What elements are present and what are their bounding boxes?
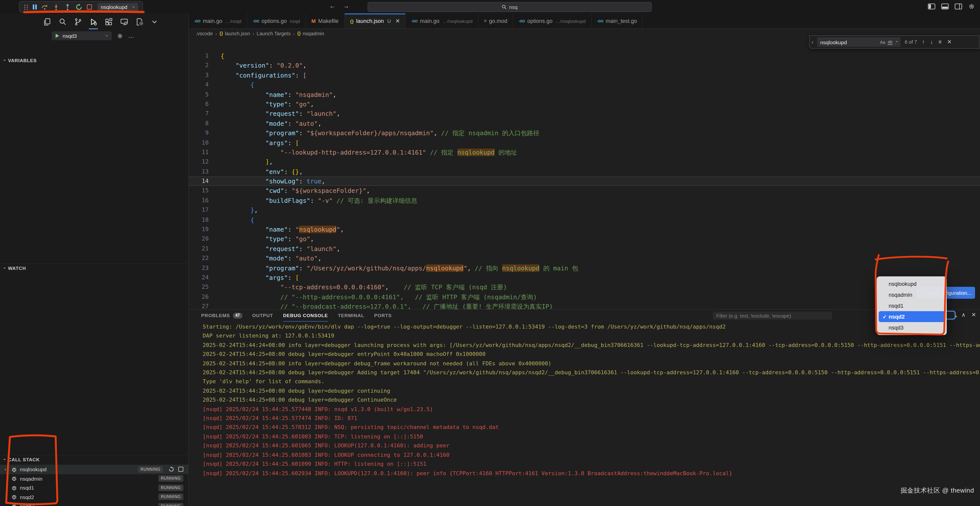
- code-line-15[interactable]: 15 "cwd": "${workspaceFolder}",: [189, 186, 980, 196]
- step-over-icon[interactable]: [41, 3, 48, 10]
- restart-icon[interactable]: [75, 3, 82, 10]
- watch-section-header[interactable]: › WATCH: [0, 263, 188, 272]
- restart-session-icon[interactable]: [169, 466, 174, 472]
- code-line-22[interactable]: 22 "mode": "auto",: [189, 254, 980, 263]
- stop-icon[interactable]: [87, 5, 92, 10]
- debug-console-output[interactable]: Starting: /Users/yz/work/env/goEnv/bin/d…: [189, 322, 980, 506]
- breadcrumb-item[interactable]: {}launch.json: [220, 30, 250, 36]
- debug-session-dropdown[interactable]: nsqlookupd ›: [97, 3, 138, 11]
- editor[interactable]: 1{2 "version": "0.2.0",3 "configurations…: [189, 38, 980, 309]
- code-line-6[interactable]: 6 "type": "go",: [189, 99, 980, 109]
- activity-run-and-debug[interactable]: [89, 15, 98, 29]
- code-line-14[interactable]: 14 "showLog": true,: [189, 176, 980, 186]
- activity-settings-file[interactable]: [135, 15, 144, 29]
- breadcrumb-item[interactable]: .vscode: [196, 30, 213, 36]
- previous-match-icon[interactable]: ↑: [922, 39, 925, 45]
- gear-icon[interactable]: [968, 3, 975, 10]
- command-center[interactable]: nsq: [368, 2, 652, 12]
- tab-options.go[interactable]: -GOoptions.go…/nsqlookupd: [513, 13, 592, 28]
- code-line-11[interactable]: 11 "--lookupd-http-address=127.0.0.1:416…: [189, 148, 980, 157]
- panel-tab-problems[interactable]: PROBLEMS47: [201, 310, 242, 322]
- call-stack-session-nsqlookupd[interactable]: › nsqlookupdRUNNING: [0, 465, 188, 474]
- step-into-icon[interactable]: [52, 3, 59, 10]
- activity-source-control[interactable]: [73, 15, 83, 29]
- code-line-12[interactable]: 12 ],: [189, 157, 980, 167]
- menu-item-nsqadmin[interactable]: ✓nsqadmin: [879, 289, 945, 300]
- code-line-26[interactable]: 26 // "--http-address=0.0.0.0:4161", // …: [189, 292, 980, 302]
- close-icon[interactable]: ✕: [947, 39, 952, 45]
- tab-options.go[interactable]: -GOoptions.gonsqd: [247, 13, 306, 28]
- expand-chevron-icon[interactable]: ›: [5, 467, 8, 472]
- toggle-sidebar-icon[interactable]: [928, 3, 935, 10]
- tab-Makefile[interactable]: MMakefile: [306, 13, 344, 28]
- console-filter-input[interactable]: [713, 312, 832, 319]
- find-in-selection-icon[interactable]: ≡: [939, 39, 942, 45]
- panel-tab-output[interactable]: OUTPUT: [252, 310, 273, 322]
- code-line-18[interactable]: 18 {: [189, 215, 980, 225]
- code-line-9[interactable]: 9 "program": "${workspaceFolder}/apps/ns…: [189, 128, 980, 138]
- activity-explorer[interactable]: [43, 15, 52, 29]
- code-line-7[interactable]: 7 "request": "launch",: [189, 109, 980, 119]
- activity-remote-explorer[interactable]: [120, 15, 129, 29]
- menu-item-nsqd1[interactable]: ✓nsqd1: [879, 300, 945, 311]
- activity-search[interactable]: [58, 15, 67, 29]
- activity-more[interactable]: [151, 15, 158, 29]
- start-debug-icon[interactable]: [56, 34, 59, 38]
- grip-icon[interactable]: [24, 4, 28, 10]
- find-input[interactable]: nsqlookupd Aa ab .*: [817, 37, 901, 47]
- code-line-23[interactable]: 23 "program": "/Users/yz/work/github/nsq…: [189, 263, 980, 273]
- toggle-secondary-sidebar-icon[interactable]: [955, 3, 962, 10]
- whole-word-toggle[interactable]: ab: [888, 39, 892, 45]
- code-line-1[interactable]: 1{: [189, 51, 980, 61]
- match-case-toggle[interactable]: Aa: [880, 40, 885, 45]
- forward-arrow-icon[interactable]: →: [343, 3, 349, 10]
- code-line-25[interactable]: 25 "--tcp-address=0.0.0.0:4160", // 监听 T…: [189, 283, 980, 292]
- code-line-20[interactable]: 20 "type": "go",: [189, 235, 980, 244]
- regex-toggle[interactable]: .*: [895, 40, 897, 45]
- pause-icon[interactable]: [33, 5, 37, 10]
- tab-main.go[interactable]: -GOmain.go…/nsqd: [189, 13, 247, 28]
- variables-section-header[interactable]: › VARIABLES: [0, 56, 188, 65]
- call-stack-session-nsqadmin[interactable]: › nsqadminRUNNING: [0, 474, 188, 483]
- call-stack-session-nsqd2[interactable]: › nsqd2RUNNING: [0, 492, 188, 501]
- close-icon[interactable]: ✕: [395, 18, 400, 24]
- code-line-19[interactable]: 19 "name": "nsqlookupd",: [189, 225, 980, 235]
- tab-main.go[interactable]: -GOmain.go…/nsqlookupd: [406, 13, 478, 28]
- maximize-panel-icon[interactable]: ∧: [961, 312, 965, 318]
- more-actions-icon[interactable]: …: [128, 32, 135, 39]
- tab-go.mod[interactable]: ≡go.mod: [479, 13, 513, 28]
- menu-item-nsqd2[interactable]: ✓nsqd2: [879, 311, 945, 322]
- toggle-panel-icon[interactable]: [941, 3, 949, 10]
- code-line-17[interactable]: 17 },: [189, 206, 980, 215]
- code-line-13[interactable]: 13 "env": {},: [189, 167, 980, 176]
- call-stack-section-header[interactable]: › CALL STACK: [0, 455, 188, 463]
- code-line-24[interactable]: 24 "args": [: [189, 273, 980, 283]
- tab-main_test.go[interactable]: -GOmain_test.go: [592, 13, 643, 28]
- close-panel-icon[interactable]: ✕: [972, 312, 976, 318]
- activity-extensions[interactable]: [104, 15, 113, 29]
- breadcrumb-item[interactable]: {}nsqadmin: [297, 30, 325, 36]
- code-line-4[interactable]: 4 {: [189, 80, 980, 90]
- find-toggle-replace-icon[interactable]: ›: [811, 39, 813, 45]
- step-out-icon[interactable]: [64, 3, 71, 10]
- breadcrumb-item[interactable]: Launch Targets: [257, 30, 291, 36]
- call-stack-session-nsqd1[interactable]: › nsqd1RUNNING: [0, 483, 188, 492]
- menu-item-nsqlookupd[interactable]: ✓nsqlookupd: [879, 278, 945, 289]
- next-match-icon[interactable]: ↓: [930, 39, 933, 45]
- code-line-21[interactable]: 21 "request": "launch",: [189, 244, 980, 254]
- code-line-16[interactable]: 16 "buildFlags": "-v" // 可选: 显示构建详细信息: [189, 196, 980, 206]
- call-stack-session-nsqd3[interactable]: › nsqd3RUNNING: [0, 501, 188, 506]
- code-line-8[interactable]: 8 "mode": "auto",: [189, 118, 980, 128]
- code-line-10[interactable]: 10 "args": [: [189, 138, 980, 148]
- panel-tab-terminal[interactable]: TERMINAL: [338, 310, 364, 322]
- gear-icon[interactable]: [117, 33, 123, 39]
- stop-session-icon[interactable]: [178, 467, 183, 472]
- code-line-3[interactable]: 3 "configurations": [: [189, 70, 980, 80]
- launch-config-dropdown[interactable]: nsqd3 ›: [52, 31, 112, 40]
- panel-tab-ports[interactable]: PORTS: [374, 310, 391, 322]
- code-line-5[interactable]: 5 "name": "nsqadmin",: [189, 90, 980, 99]
- menu-item-nsqd3[interactable]: ✓nsqd3: [879, 322, 945, 333]
- code-line-2[interactable]: 2 "version": "0.2.0",: [189, 61, 980, 70]
- back-arrow-icon[interactable]: ←: [329, 3, 335, 10]
- code-line-27[interactable]: 27 // "--broadcast-address=127.0.0.1", /…: [189, 302, 980, 309]
